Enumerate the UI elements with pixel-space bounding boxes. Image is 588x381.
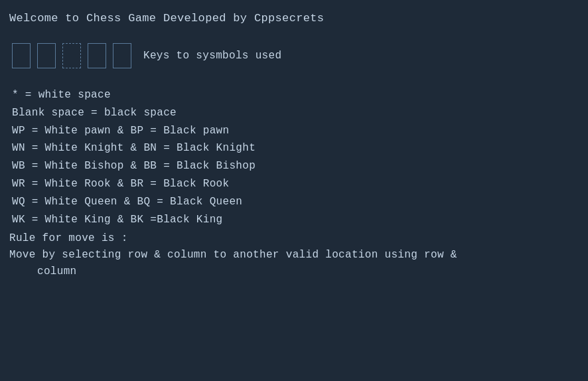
- piece-icon-wq: [37, 43, 56, 68]
- legend-line-2: WP = White pawn & BP = Black pawn: [12, 123, 579, 139]
- legend-line-3: WN = White Knight & BN = Black Knight: [12, 140, 579, 157]
- page-title: Welcome to Chess Game Developed by Cppse…: [9, 12, 324, 25]
- rule-heading: Rule for move is :: [9, 230, 579, 247]
- piece-icon-wk: [12, 43, 31, 68]
- rule-line-2: column: [9, 264, 579, 280]
- legend-line-5: WR = White Rook & BR = Black Rook: [12, 176, 579, 192]
- rule-section: Rule for move is : Move by selecting row…: [9, 230, 579, 279]
- rule-line-1: Move by selecting row & column to anothe…: [9, 247, 579, 264]
- legend-section: * = white space Blank space = black spac…: [9, 87, 579, 228]
- keys-row: Keys to sysmbols used: [9, 43, 579, 68]
- legend-line-4: WB = White Bishop & BB = Black Bishop: [12, 158, 579, 175]
- piece-icon-wn: [88, 43, 106, 68]
- piece-icon-wb: [62, 43, 81, 68]
- legend-line-7: WK = White King & BK =Black King: [12, 212, 579, 228]
- title-bar: Welcome to Chess Game Developed by Cppse…: [9, 12, 579, 25]
- legend-line-0: * = white space: [12, 87, 579, 104]
- keys-label: Keys to sysmbols used: [143, 50, 281, 62]
- legend-line-1: Blank space = black space: [12, 105, 579, 121]
- main-screen: Welcome to Chess Game Developed by Cppse…: [0, 0, 588, 381]
- piece-icons-group: [12, 43, 131, 68]
- legend-line-6: WQ = White Queen & BQ = Black Queen: [12, 194, 579, 210]
- piece-icon-wr: [113, 43, 131, 68]
